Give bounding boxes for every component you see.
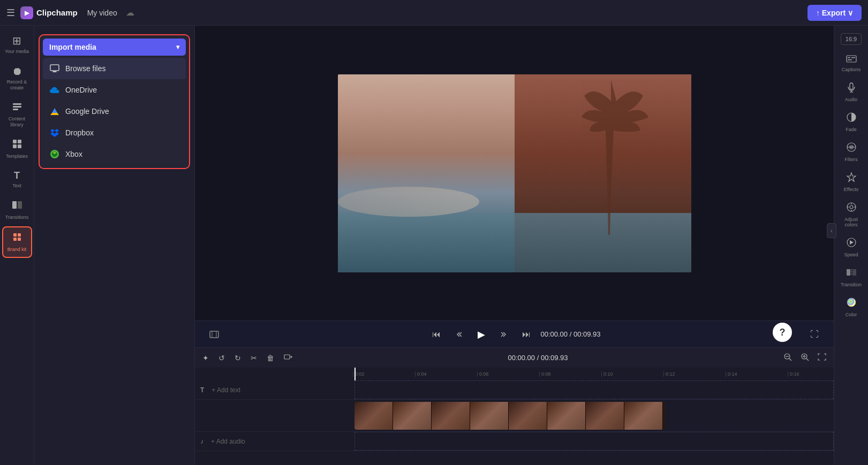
ruler-mark-2: 0:06 [477, 371, 539, 377]
add-audio-button[interactable]: + Add audio [207, 438, 245, 445]
dropdown-item-xbox[interactable]: Xbox [43, 143, 186, 165]
content-library-icon [12, 101, 22, 115]
svg-rect-31 [851, 57, 855, 58]
svg-line-26 [806, 359, 809, 361]
redo-button[interactable]: ↻ [231, 352, 244, 364]
svg-rect-5 [13, 144, 17, 148]
sidebar-item-content-library[interactable]: Contentlibrary [2, 97, 32, 132]
svg-point-41 [850, 205, 853, 209]
adjust-colors-label: Adjustcolors [844, 217, 858, 227]
sidebar-item-text[interactable]: T Text [2, 166, 32, 193]
sidebar-item-record-create[interactable]: ⏺ Record &create [2, 61, 32, 95]
aspect-ratio-button[interactable]: 16:9 [841, 33, 862, 45]
audio-track-label: ♪ + Add audio [195, 438, 354, 445]
dropdown-item-dropbox[interactable]: Dropbox [43, 122, 186, 143]
ruler-marks: 0:02 0:04 0:06 0:08 0:10 0:12 0:14 0:16 … [353, 371, 834, 377]
svg-rect-32 [848, 59, 852, 60]
dropdown-item-onedrive[interactable]: OneDrive [43, 79, 186, 101]
ruler-mark-6: 0:14 [726, 371, 788, 377]
sidebar-item-brand-kit[interactable]: Brand kit [2, 226, 32, 258]
clip-thumb-7 [586, 402, 624, 430]
sidebar-item-transitions[interactable]: Transitions [2, 195, 32, 225]
filters-icon [846, 142, 857, 155]
delete-button[interactable]: 🗑 [263, 352, 277, 364]
ruler-mark-3: 0:08 [539, 371, 601, 377]
sidebar-item-label-text: Text [12, 183, 21, 189]
svg-rect-8 [18, 201, 22, 209]
fade-icon [846, 112, 857, 125]
logo-area: ▶ Clipchamp [20, 6, 78, 19]
add-text-button[interactable]: + Add text [207, 386, 240, 394]
xbox-icon [49, 149, 60, 159]
playback-left-controls [206, 326, 223, 343]
add-to-timeline-button[interactable] [281, 350, 296, 365]
svg-rect-10 [18, 233, 21, 237]
video-preview [338, 74, 691, 272]
sidebar-item-templates[interactable]: Templates [2, 134, 32, 164]
collapse-timeline-button[interactable]: ‹ [827, 223, 836, 238]
right-sidebar-item-captions[interactable]: Captions [836, 50, 866, 76]
svg-rect-48 [852, 269, 856, 276]
help-button[interactable]: ? [773, 323, 792, 342]
sidebar-item-your-media[interactable]: ⊞ Your media [2, 30, 32, 59]
onedrive-label: OneDrive [65, 86, 97, 94]
text-track-content[interactable] [354, 380, 834, 399]
fullscreen-button[interactable]: ⛶ [806, 326, 823, 343]
center-area: ⏮ ▶ ⏭ 00:00.00 / 00:09.93 ⛶ [195, 26, 834, 465]
hamburger-menu-icon[interactable]: ☰ [6, 7, 15, 19]
cut-button[interactable]: ✂ [247, 352, 260, 364]
right-sidebar-item-audio[interactable]: Audio [836, 78, 866, 106]
play-button[interactable]: ▶ [473, 326, 490, 343]
speed-label: Speed [844, 252, 858, 257]
magic-tool-button[interactable]: ✦ [199, 352, 212, 364]
project-title[interactable]: My video [87, 9, 117, 17]
audio-label: Audio [845, 97, 857, 102]
svg-point-50 [847, 298, 856, 307]
import-media-button[interactable]: Import media ▾ [43, 39, 186, 56]
effects-icon [846, 172, 857, 185]
transition-label: Transition [841, 282, 862, 287]
forward-button[interactable] [495, 326, 512, 343]
sidebar-item-label-record: Record &create [7, 79, 27, 91]
timeline-time-counter: 00:00.00 / 00:09.93 [299, 354, 777, 362]
monitor-icon [49, 63, 60, 74]
clip-thumb-8 [624, 402, 663, 430]
video-clip-strip[interactable] [354, 402, 665, 430]
undo-button[interactable]: ↺ [215, 352, 228, 364]
dropdown-item-google-drive[interactable]: Google Drive [43, 101, 186, 122]
dropbox-label: Dropbox [65, 128, 94, 137]
right-sidebar-item-speed[interactable]: Speed [836, 233, 866, 261]
screenshot-button[interactable] [206, 326, 223, 343]
video-track [195, 400, 834, 432]
app-name: Clipchamp [36, 8, 78, 17]
zoom-out-button[interactable] [780, 351, 795, 364]
templates-icon [12, 139, 22, 152]
skip-to-start-button[interactable]: ⏮ [428, 326, 445, 343]
audio-track-content[interactable] [354, 432, 834, 451]
rewind-button[interactable] [450, 326, 467, 343]
right-sidebar-item-filters[interactable]: Filters [836, 138, 866, 166]
ruler-mark-0: 0:02 [353, 371, 415, 377]
right-sidebar-item-effects[interactable]: Effects [836, 168, 866, 196]
google-drive-label: Google Drive [65, 107, 109, 116]
text-track-icon: T [200, 386, 204, 394]
clip-thumb-5 [509, 402, 547, 430]
audio-track: ♪ + Add audio [195, 432, 834, 451]
zoom-in-button[interactable] [797, 351, 812, 364]
right-sidebar-item-color[interactable]: Color [836, 293, 866, 321]
fit-to-window-button[interactable] [814, 351, 829, 364]
right-sidebar-item-transition[interactable]: Transition [836, 263, 866, 291]
right-sidebar-item-adjust-colors[interactable]: Adjustcolors [836, 198, 866, 231]
right-sidebar-item-fade[interactable]: Fade [836, 108, 866, 136]
svg-rect-2 [13, 109, 18, 110]
svg-rect-4 [18, 140, 21, 143]
effects-label: Effects [844, 187, 858, 192]
svg-rect-13 [50, 65, 59, 71]
playback-right-controls: ⛶ [806, 326, 823, 343]
export-button[interactable]: ↑ Export ∨ [807, 5, 862, 21]
dropdown-item-browse-files[interactable]: Browse files [43, 58, 186, 79]
skip-to-end-button[interactable]: ⏭ [518, 326, 535, 343]
transitions-icon [12, 200, 22, 213]
sidebar-item-label-transitions: Transitions [5, 215, 29, 220]
color-icon [846, 297, 857, 310]
